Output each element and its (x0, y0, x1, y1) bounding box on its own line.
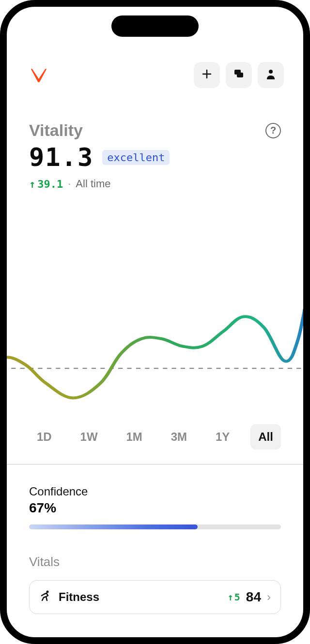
messages-button[interactable] (226, 62, 252, 88)
vitality-score: 91.3 (29, 143, 93, 172)
vitality-badge: excellent (102, 150, 170, 165)
app-screen: Vitality ? 91.3 excellent ↑39.1 · All ti… (7, 7, 303, 637)
chevron-right-icon: › (267, 590, 271, 604)
tab-1m[interactable]: 1M (119, 424, 150, 449)
plus-icon (202, 69, 212, 81)
confidence-section: Confidence 67% (7, 464, 303, 529)
vitality-chart[interactable] (0, 210, 310, 413)
tab-1d[interactable]: 1D (29, 424, 60, 449)
vital-card-fitness[interactable]: Fitness ↑5 84 › (29, 580, 281, 614)
svg-point-3 (46, 591, 49, 593)
chat-icon (233, 69, 244, 81)
confidence-bar (29, 524, 281, 529)
app-logo[interactable] (29, 67, 48, 83)
header-actions (194, 62, 284, 88)
phone-frame: Vitality ? 91.3 excellent ↑39.1 · All ti… (0, 0, 310, 644)
confidence-fill (29, 524, 198, 529)
chart-line (0, 225, 310, 398)
vital-name: Fitness (59, 590, 99, 604)
profile-button[interactable] (258, 62, 284, 88)
separator-dot: · (68, 178, 71, 190)
phone-notch (111, 15, 199, 37)
svg-rect-1 (237, 73, 243, 77)
vitality-title: Vitality (29, 121, 83, 140)
confidence-value: 67% (29, 500, 281, 516)
vitality-section: Vitality ? 91.3 excellent ↑39.1 · All ti… (7, 95, 303, 190)
time-range-tabs: 1D 1W 1M 3M 1Y All (7, 424, 303, 449)
tab-3m[interactable]: 3M (163, 424, 195, 449)
vital-delta: ↑5 (228, 591, 240, 603)
arrow-up-icon: ↑ (29, 178, 35, 190)
vitality-delta: ↑39.1 (29, 178, 63, 190)
app-header (7, 55, 303, 95)
vitals-heading: Vitals (29, 554, 281, 569)
svg-point-2 (269, 70, 273, 74)
question-icon: ? (270, 125, 276, 136)
runner-icon (39, 590, 52, 604)
tab-all[interactable]: All (250, 424, 281, 449)
add-button[interactable] (194, 62, 220, 88)
tab-1y[interactable]: 1Y (208, 424, 237, 449)
confidence-label: Confidence (29, 485, 281, 498)
tab-1w[interactable]: 1W (73, 424, 106, 449)
person-icon (266, 69, 276, 81)
help-button[interactable]: ? (265, 123, 281, 138)
vitals-section: Vitals Fitness ↑5 84 › (7, 529, 303, 614)
vitality-period: All time (76, 178, 110, 190)
vital-score: 84 (246, 589, 261, 605)
arrow-up-icon: ↑ (228, 591, 233, 603)
